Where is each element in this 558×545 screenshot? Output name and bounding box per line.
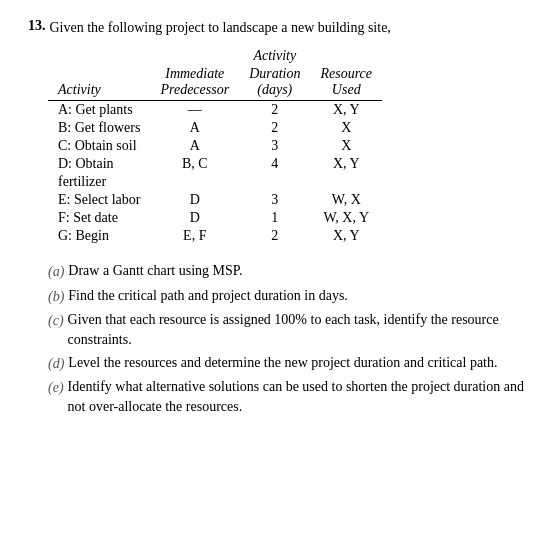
cell-used: X, Y [310,227,382,245]
cell-duration: 2 [239,227,310,245]
col-header-pred-line2: Predecessor [160,82,229,97]
table-row: fertilizer [48,173,382,191]
cell-predecessor: A [150,137,239,155]
cell-predecessor: D [150,191,239,209]
table-row: C: Obtain soil A 3 X [48,137,382,155]
cell-predecessor: B, C [150,155,239,173]
cell-duration: 1 [239,209,310,227]
cell-activity: E: Select labor [48,191,150,209]
col-header-used-blank [310,46,382,64]
table-row: G: Begin E, F 2 X, Y [48,227,382,245]
part-item: (a) Draw a Gantt chart using MSP. [48,261,530,283]
cell-used: X [310,119,382,137]
col-header-activity-blank [48,46,150,64]
part-label: (b) [48,286,64,308]
cell-duration: 3 [239,191,310,209]
cell-predecessor: — [150,101,239,120]
table-row: A: Get plants — 2 X, Y [48,101,382,120]
cell-used: W, X [310,191,382,209]
col-header-pred-blank [150,46,239,64]
part-text: Level the resources and determine the ne… [68,353,497,375]
cell-activity: F: Set date [48,209,150,227]
part-text: Identify what alternative solutions can … [68,377,530,418]
part-label: (e) [48,377,64,418]
cell-duration: 2 [239,101,310,120]
cell-duration: 3 [239,137,310,155]
cell-used: W, X, Y [310,209,382,227]
table-header-main: Activity Immediate Predecessor Duration … [48,64,382,101]
cell-used: X [310,137,382,155]
col-header-used-line1: Resource [320,66,372,81]
part-label: (c) [48,310,64,351]
table-row: F: Set date D 1 W, X, Y [48,209,382,227]
activity-table: Activity Activity Immediate Predecessor … [48,46,382,245]
cell-predecessor: E, F [150,227,239,245]
cell-used: X, Y [310,155,382,173]
question-text: Given the following project to landscape… [50,18,391,38]
col-header-used: Resource Used [310,64,382,101]
part-text: Given that each resource is assigned 100… [68,310,530,351]
cell-predecessor: A [150,119,239,137]
cell-predecessor: D [150,209,239,227]
cell-predecessor [150,173,239,191]
part-label: (a) [48,261,64,283]
table-row: B: Get flowers A 2 X [48,119,382,137]
cell-activity: G: Begin [48,227,150,245]
col-header-dur-line1: Duration [249,66,300,81]
table-body: A: Get plants — 2 X, Y B: Get flowers A … [48,101,382,246]
cell-activity: fertilizer [48,173,150,191]
question-number: 13. [28,18,46,38]
cell-used: X, Y [310,101,382,120]
cell-activity: A: Get plants [48,101,150,120]
table-row: D: Obtain B, C 4 X, Y [48,155,382,173]
part-item: (c) Given that each resource is assigned… [48,310,530,351]
col-header-predecessor: Immediate Predecessor [150,64,239,101]
col-header-activity: Activity [48,64,150,101]
question-header: 13. Given the following project to lands… [28,18,530,38]
col-header-duration: Duration (days) [239,64,310,101]
cell-activity: B: Get flowers [48,119,150,137]
part-item: (b) Find the critical path and project d… [48,286,530,308]
table-header-top: Activity [48,46,382,64]
cell-used [310,173,382,191]
col-header-used-line2: Used [332,82,361,97]
cell-duration: 4 [239,155,310,173]
table-row: E: Select labor D 3 W, X [48,191,382,209]
part-item: (e) Identify what alternative solutions … [48,377,530,418]
part-item: (d) Level the resources and determine th… [48,353,530,375]
parts-list: (a) Draw a Gantt chart using MSP. (b) Fi… [48,261,530,417]
cell-duration: 2 [239,119,310,137]
cell-activity: C: Obtain soil [48,137,150,155]
activity-table-wrapper: Activity Activity Immediate Predecessor … [48,46,530,245]
part-text: Find the critical path and project durat… [68,286,348,308]
col-header-dur-line2: (days) [257,82,292,97]
col-header-pred-line1: Immediate [165,66,224,81]
cell-duration [239,173,310,191]
part-label: (d) [48,353,64,375]
cell-activity: D: Obtain [48,155,150,173]
part-text: Draw a Gantt chart using MSP. [68,261,242,283]
col-header-duration-top: Activity [239,46,310,64]
